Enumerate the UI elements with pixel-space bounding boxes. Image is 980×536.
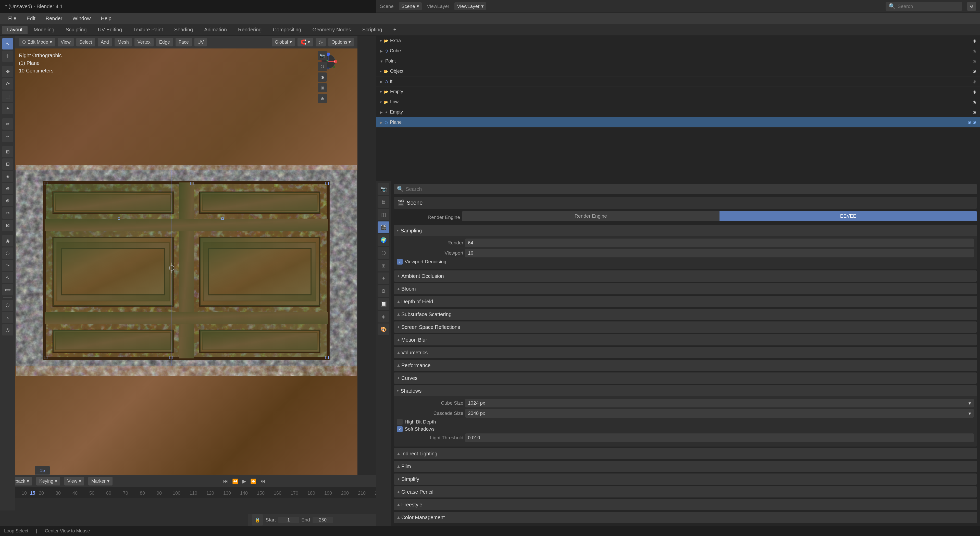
- bloom-header[interactable]: ▶ Bloom: [394, 283, 977, 294]
- outliner-item-extra[interactable]: ▾ 📂 Extra ◉: [376, 36, 980, 46]
- tab-add[interactable]: +: [388, 26, 402, 34]
- il-header[interactable]: ▶ Indirect Lighting: [394, 448, 977, 459]
- extra-vis[interactable]: ◉: [973, 38, 977, 43]
- empty-obj-vis[interactable]: ◉: [973, 110, 977, 115]
- tab-shading[interactable]: Shading: [169, 26, 198, 34]
- dof-header[interactable]: ▶ Depth of Field: [394, 296, 977, 307]
- tool-transform[interactable]: ✦: [2, 103, 13, 114]
- prop-icon-world[interactable]: 🌍: [378, 234, 389, 246]
- overlay-gizmo-icon[interactable]: ⊕: [318, 94, 327, 103]
- 3d-viewport[interactable]: Right Orthographic (1) Plane 10 Centimet…: [15, 48, 358, 488]
- tool-select[interactable]: ↖: [2, 38, 13, 49]
- tool-offset-cut[interactable]: ⊗: [2, 195, 13, 207]
- prop-icon-material[interactable]: 🎨: [378, 323, 389, 335]
- prop-search-input[interactable]: [406, 186, 974, 192]
- current-frame-indicator[interactable]: 15: [35, 466, 50, 475]
- plane-render-vis[interactable]: ◉: [973, 120, 977, 125]
- obj-vis[interactable]: ◉: [973, 69, 977, 74]
- tool-spin[interactable]: ◌: [2, 248, 13, 259]
- tool-bevel[interactable]: ◈: [2, 171, 13, 182]
- plane-vis[interactable]: ◉: [968, 120, 971, 125]
- tool-push-pull[interactable]: ⬦: [2, 312, 13, 323]
- point-vis[interactable]: ◉: [973, 59, 977, 64]
- outliner-item-low[interactable]: ▾ 📂 Low ◉: [376, 97, 980, 107]
- fs-header[interactable]: ▶ Freestyle: [394, 499, 977, 510]
- overlay-shading-icon[interactable]: ◑: [318, 72, 327, 82]
- prop-icon-scene[interactable]: 🎬: [378, 221, 389, 233]
- prop-icon-output[interactable]: 🖥: [378, 196, 389, 208]
- edge-dropdown[interactable]: Edge: [156, 38, 173, 46]
- jump-end-btn[interactable]: ⏭: [261, 478, 265, 484]
- tab-texture-paint[interactable]: Texture Paint: [128, 26, 168, 34]
- tool-rotate[interactable]: ⟳: [2, 78, 13, 89]
- tool-shear[interactable]: ◎: [2, 324, 13, 336]
- view-dropdown[interactable]: View: [58, 38, 74, 46]
- uv-dropdown[interactable]: UV: [194, 38, 207, 46]
- keying-dropdown[interactable]: Keying ▾: [36, 477, 60, 485]
- light-threshold-value[interactable]: 0.010: [465, 433, 974, 442]
- prev-frame-btn[interactable]: ⏪: [232, 478, 238, 484]
- filter-icon-top[interactable]: ⚙: [967, 2, 976, 11]
- play-btn[interactable]: ▶: [242, 478, 246, 484]
- outliner-item-empty-coll[interactable]: ▾ 📂 Empty ◉: [376, 87, 980, 97]
- menu-help[interactable]: Help: [97, 14, 115, 22]
- gp-header[interactable]: ▶ Grease Pencil: [394, 487, 977, 497]
- tool-annotate[interactable]: ✏: [2, 118, 13, 130]
- prop-icon-physics[interactable]: ⚙: [378, 285, 389, 297]
- tl-view-dropdown[interactable]: View ▾: [64, 477, 84, 485]
- film-header[interactable]: ▶ Film: [394, 461, 977, 472]
- tab-animation[interactable]: Animation: [199, 26, 232, 34]
- sampling-section-header[interactable]: ▾ Sampling: [394, 225, 977, 236]
- engine-opt-cycles[interactable]: Render Engine: [462, 211, 719, 221]
- ssr-header[interactable]: ▶ Screen Space Reflections: [394, 322, 977, 332]
- vertex-dropdown[interactable]: Vertex: [134, 38, 154, 46]
- prop-icon-viewlayer[interactable]: ◫: [378, 209, 389, 220]
- tool-extrude[interactable]: ⊞: [2, 146, 13, 157]
- menu-edit[interactable]: Edit: [22, 14, 39, 22]
- outliner-item-point[interactable]: ☀ Point ◉: [376, 56, 980, 66]
- simplify-header[interactable]: ▶ Simplify: [394, 474, 977, 485]
- viewlayer-dropdown[interactable]: ViewLayer ▾: [454, 2, 486, 10]
- tool-measure[interactable]: ↔: [2, 130, 13, 142]
- marker-dropdown[interactable]: Marker ▾: [88, 477, 113, 485]
- prop-icon-data[interactable]: ◈: [378, 311, 389, 323]
- ao-header[interactable]: ▶ Ambient Occlusion: [394, 271, 977, 282]
- tool-shrink-fatten[interactable]: ⬡: [2, 300, 13, 311]
- tab-rendering[interactable]: Rendering: [233, 26, 267, 34]
- cascade-size-dropdown[interactable]: 2048 px ▾: [465, 409, 974, 418]
- cm-header[interactable]: ▶ Color Management: [394, 512, 977, 523]
- tab-geometry-nodes[interactable]: Geometry Nodes: [307, 26, 356, 34]
- transform-orientation[interactable]: Global ▾: [272, 38, 295, 46]
- overlay-camera-icon[interactable]: 📷: [318, 51, 327, 60]
- prop-icon-particles[interactable]: ✦: [378, 272, 389, 284]
- tab-scripting[interactable]: Scripting: [357, 26, 387, 34]
- render-samples-value[interactable]: 64: [465, 239, 974, 247]
- top-search-box[interactable]: 🔍: [886, 2, 962, 11]
- next-frame-btn[interactable]: ⏩: [250, 478, 256, 484]
- prop-icon-render[interactable]: 📷: [378, 183, 389, 195]
- cube-vis[interactable]: ◉: [973, 48, 977, 53]
- scene-dropdown[interactable]: Scene ▾: [399, 2, 422, 10]
- add-dropdown[interactable]: Add: [98, 38, 112, 46]
- outliner-item-object-coll[interactable]: ▾ 📂 Object ◉: [376, 66, 980, 76]
- cube-size-dropdown[interactable]: 1024 px ▾: [465, 399, 974, 407]
- proportional-editing[interactable]: ◎: [316, 38, 326, 46]
- soft-shadows-checkbox[interactable]: ✓: [397, 426, 402, 432]
- frame-lock-icon[interactable]: 🔒: [252, 514, 263, 526]
- overlay-overlay-icon[interactable]: ⊞: [318, 83, 327, 92]
- mb-header[interactable]: ▶ Motion Blur: [394, 334, 977, 345]
- tool-edge-slide[interactable]: ⟺: [2, 284, 13, 296]
- mode-dropdown[interactable]: ⬡ Edit Mode ▾: [19, 38, 55, 46]
- it-vis[interactable]: ◉: [973, 79, 977, 84]
- menu-render[interactable]: Render: [41, 14, 67, 22]
- prop-icon-constraints[interactable]: 🔲: [378, 298, 389, 310]
- tool-knife[interactable]: ✂: [2, 207, 13, 219]
- low-vis[interactable]: ◉: [973, 100, 977, 104]
- vol-header[interactable]: ▶ Volumetrics: [394, 347, 977, 358]
- start-frame-value[interactable]: 1: [278, 517, 299, 523]
- viewport-denoising-checkbox[interactable]: ✓: [397, 259, 402, 264]
- tool-smooth[interactable]: 〜: [2, 260, 13, 271]
- tool-scale[interactable]: ⬚: [2, 91, 13, 102]
- perf-header[interactable]: ▶ Performance: [394, 360, 977, 371]
- end-frame-value[interactable]: 250: [313, 517, 333, 523]
